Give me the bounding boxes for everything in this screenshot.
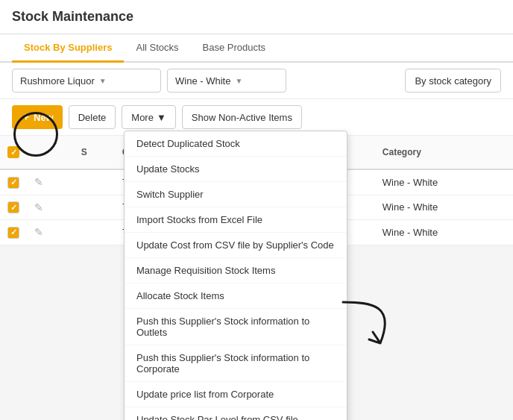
more-dropdown-menu: Detect Duplicated Stock Update Stocks Sw…: [124, 131, 347, 420]
menu-item-import-stocks[interactable]: Import Stocks from Excel File: [125, 207, 347, 233]
more-arrow-icon: ▼: [157, 112, 166, 123]
row1-checkbox[interactable]: [7, 177, 19, 189]
menu-item-update-price[interactable]: Update price list from Corporate: [125, 382, 347, 407]
action-toolbar: ＋ New Delete More ▼ Show Non-Active Item…: [0, 99, 513, 136]
row3-checkbox-cell[interactable]: [0, 220, 27, 245]
menu-item-update-cost[interactable]: Update Cost from CSV file by Supplier's …: [125, 233, 347, 258]
category-arrow-icon: ▼: [235, 77, 242, 85]
more-button[interactable]: More ▼: [122, 105, 176, 129]
menu-item-push-corporate[interactable]: Push this Supplier's Stock information t…: [125, 345, 347, 382]
row3-edit-cell[interactable]: ✎: [27, 220, 74, 245]
delete-button[interactable]: Delete: [69, 105, 116, 129]
by-stock-button[interactable]: By stock category: [405, 69, 501, 93]
menu-item-update-par[interactable]: Update Stock Par Level from CSV file: [125, 407, 347, 420]
row1-category: Wine - White: [375, 169, 513, 195]
row2-checkbox[interactable]: [7, 201, 19, 213]
menu-item-allocate[interactable]: Allocate Stock Items: [125, 283, 347, 309]
row3-checkbox[interactable]: [7, 227, 19, 239]
row2-category: Wine - White: [375, 195, 513, 220]
row1-edit-icon[interactable]: ✎: [34, 176, 43, 188]
tab-stock-by-suppliers[interactable]: Stock By Suppliers: [12, 34, 124, 63]
row3-s: [74, 220, 115, 245]
row1-checkbox-cell[interactable]: [0, 169, 27, 195]
menu-item-manage-requisition[interactable]: Manage Requisition Stock Items: [125, 258, 347, 283]
row2-edit-cell[interactable]: ✎: [27, 195, 74, 220]
row2-checkbox-cell[interactable]: [0, 195, 27, 220]
col-s: S: [74, 136, 115, 169]
row3-category: Wine - White: [375, 220, 513, 245]
show-non-active-button[interactable]: Show Non-Active Items: [182, 105, 302, 129]
menu-item-push-outlets[interactable]: Push this Supplier's Stock information t…: [125, 309, 347, 345]
row2-s: [74, 195, 115, 220]
col-edit: [27, 136, 74, 169]
menu-item-switch-supplier[interactable]: Switch Supplier: [125, 182, 347, 207]
select-all-header[interactable]: [0, 136, 27, 169]
col-category: Category: [375, 136, 513, 169]
tab-all-stocks[interactable]: All Stocks: [124, 34, 190, 63]
supplier-dropdown[interactable]: Rushmore Liquor ▼: [12, 69, 161, 93]
row2-edit-icon[interactable]: ✎: [34, 201, 43, 213]
tab-base-products[interactable]: Base Products: [191, 34, 278, 63]
row3-edit-icon[interactable]: ✎: [34, 226, 43, 238]
filter-toolbar: Rushmore Liquor ▼ Wine - White ▼ By stoc…: [0, 63, 513, 99]
new-button[interactable]: ＋ New: [12, 105, 63, 129]
page-header: Stock Maintenance: [0, 0, 513, 34]
category-value: Wine - White: [175, 75, 230, 87]
supplier-arrow-icon: ▼: [99, 77, 107, 85]
plus-icon: ＋: [21, 110, 31, 124]
category-dropdown[interactable]: Wine - White ▼: [167, 69, 286, 93]
page-title: Stock Maintenance: [12, 9, 133, 24]
row1-edit-cell[interactable]: ✎: [27, 169, 74, 195]
tabs-bar: Stock By Suppliers All Stocks Base Produ…: [0, 34, 513, 63]
select-all-checkbox[interactable]: [7, 146, 19, 158]
menu-item-update-stocks[interactable]: Update Stocks: [125, 157, 347, 182]
row1-s: [74, 169, 115, 195]
menu-item-detect-duplicated[interactable]: Detect Duplicated Stock: [125, 131, 347, 157]
supplier-value: Rushmore Liquor: [20, 75, 95, 87]
